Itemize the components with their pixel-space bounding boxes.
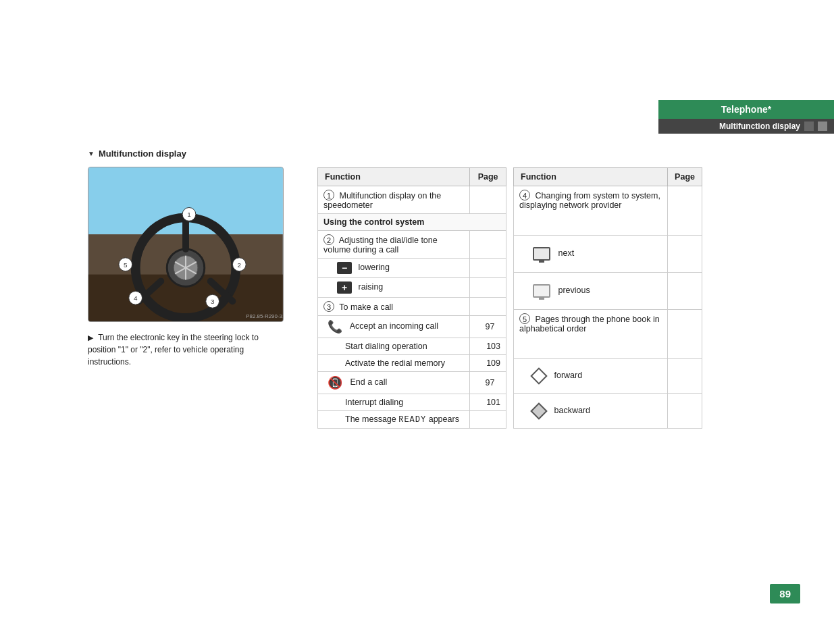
table-row: next: [514, 235, 702, 272]
table-row: Start dialing operation 103: [318, 338, 506, 355]
header-section: Telephone* Multifunction display: [658, 100, 834, 134]
row-number: 3: [323, 301, 334, 312]
phone-end-icon: 📵: [328, 375, 342, 390]
left-function-table: Function Page 1 Multifunction display on…: [317, 167, 506, 429]
header-multifunction: Multifunction display: [658, 119, 834, 134]
instruction-text: ▶ Turn the electronic key in the steerin…: [88, 331, 284, 368]
table-row: 1 Multifunction display on the speedomet…: [318, 186, 506, 214]
table-row: 📵 End a call 97: [318, 372, 506, 394]
page-number: 89: [770, 584, 800, 603]
row-page: [668, 358, 702, 394]
svg-text:3: 3: [211, 298, 215, 305]
row-function: + raising: [318, 278, 470, 298]
row-function: Activate the redial memory: [318, 355, 470, 372]
table-row: − lowering: [318, 259, 506, 278]
table-row: 3 To make a call: [318, 298, 506, 316]
row-number: 2: [323, 234, 334, 245]
row-function: backward: [514, 394, 668, 429]
diamond-forward-icon: [530, 367, 547, 384]
row-function: forward: [514, 358, 668, 394]
row-number: 5: [519, 313, 530, 324]
left-table-page-header: Page: [470, 168, 506, 186]
row-function: Interrupt dialing: [318, 394, 470, 411]
row-page: 101: [470, 394, 506, 411]
row-page: [470, 411, 506, 429]
left-column: Multifunction display 1 2: [88, 149, 311, 368]
row-function: 2 Adjusting the dial/idle tone volume du…: [318, 231, 470, 259]
section-title: Multifunction display: [88, 149, 311, 159]
ready-text: READY: [398, 415, 426, 425]
svg-text:5: 5: [124, 261, 128, 269]
table-row: 5 Pages through the phone book in alphab…: [514, 310, 702, 359]
row-number: 1: [323, 190, 334, 200]
row-function-bold: Using the control system: [318, 214, 506, 231]
right-function-table: Function Page 4 Changing from system to …: [513, 167, 702, 429]
row-page: [470, 259, 506, 278]
row-function: previous: [514, 272, 668, 309]
minus-button-icon: −: [337, 262, 352, 274]
phone-accept-icon: 📞: [328, 319, 342, 334]
table-row: 4 Changing from system to system, displa…: [514, 186, 702, 236]
plus-button-icon: +: [337, 281, 352, 294]
row-function: 1 Multifunction display on the speedomet…: [318, 186, 470, 214]
table-row: Interrupt dialing 101: [318, 394, 506, 411]
row-function: 5 Pages through the phone book in alphab…: [514, 310, 668, 359]
row-function: next: [514, 235, 668, 272]
row-function: The message READY appears: [318, 411, 470, 429]
screen-next-icon: [533, 247, 550, 261]
row-page: [470, 186, 506, 214]
row-page: 97: [470, 372, 506, 394]
row-page: [668, 394, 702, 429]
row-function: 3 To make a call: [318, 298, 470, 316]
row-page: [470, 231, 506, 259]
svg-text:P82.85-R290-31: P82.85-R290-31: [246, 313, 283, 319]
header-multifunction-label: Multifunction display: [719, 122, 800, 131]
row-page: 97: [470, 316, 506, 338]
table-row: The message READY appears: [318, 411, 506, 429]
header-block-icon: [804, 122, 814, 131]
table-row: 📞 Accept an incoming call 97: [318, 316, 506, 338]
row-page: 109: [470, 355, 506, 372]
row-page: [668, 186, 702, 236]
diamond-backward-icon: [530, 402, 547, 419]
header-telephone: Telephone*: [658, 100, 834, 119]
steering-wheel-image: 1 2 3 4 5 P82.85-R290-31: [88, 167, 284, 322]
row-page: [668, 310, 702, 359]
row-page: [470, 298, 506, 316]
table-row: backward: [514, 394, 702, 429]
row-function: − lowering: [318, 259, 470, 278]
table-row: forward: [514, 358, 702, 394]
svg-text:4: 4: [134, 294, 138, 302]
table-row: Activate the redial memory 109: [318, 355, 506, 372]
instruction-content: Turn the electronic key in the steering …: [88, 333, 259, 367]
table-row: 2 Adjusting the dial/idle tone volume du…: [318, 231, 506, 259]
row-function: 4 Changing from system to system, displa…: [514, 186, 668, 236]
row-page: [668, 235, 702, 272]
left-table-function-header: Function: [318, 168, 470, 186]
screen-prev-icon: [533, 284, 550, 298]
table-row: Using the control system: [318, 214, 506, 231]
row-function: 📵 End a call: [318, 372, 470, 394]
tables-area: Function Page 1 Multifunction display on…: [317, 167, 702, 429]
right-table-function-header: Function: [514, 168, 668, 186]
row-number: 4: [519, 190, 530, 200]
table-row: previous: [514, 272, 702, 309]
right-table-page-header: Page: [668, 168, 702, 186]
row-page: [470, 278, 506, 298]
svg-text:1: 1: [187, 211, 191, 218]
table-row: + raising: [318, 278, 506, 298]
row-page: [668, 272, 702, 309]
section-title-text: Multifunction display: [99, 149, 186, 159]
row-function: 📞 Accept an incoming call: [318, 316, 470, 338]
table-spacer: [506, 167, 513, 429]
row-function: Start dialing operation: [318, 338, 470, 355]
bullet-arrow: ▶: [88, 333, 93, 342]
row-page: 103: [470, 338, 506, 355]
svg-text:2: 2: [238, 261, 242, 269]
